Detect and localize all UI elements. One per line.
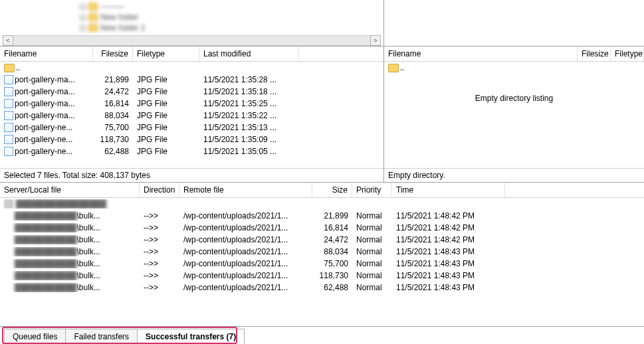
queue-remote-path: /wp-content/uploads/2021/1... (179, 223, 312, 232)
queue-host-row[interactable]: ████████████████ (0, 198, 644, 210)
queue-local-tail: \bulk... (77, 211, 100, 220)
queue-local-tail: \bulk... (77, 247, 100, 256)
queue-direction: -->> (140, 235, 179, 244)
tab-failed-transfers[interactable]: Failed transfers (65, 329, 138, 344)
file-row[interactable]: port-gallery-ma...24,472JPG File11/5/202… (0, 86, 383, 98)
transfer-queue-region: Server/Local file Direction Remote file … (0, 183, 644, 327)
file-name: port-gallery-ne... (15, 123, 72, 132)
col-server-file[interactable]: Server/Local file (0, 183, 140, 197)
remote-tree-panel[interactable] (384, 0, 644, 46)
tab-successful-transfers[interactable]: Successful transfers (7) (137, 329, 245, 344)
queue-size: 24,472 (312, 235, 352, 244)
file-type: JPG File (133, 99, 199, 108)
scroll-track[interactable] (13, 35, 370, 46)
queue-column-headers[interactable]: Server/Local file Direction Remote file … (0, 183, 644, 198)
queue-size: 16,814 (312, 223, 352, 232)
queue-direction: -->> (140, 223, 179, 232)
queue-row[interactable]: ███████████\bulk...-->>/wp-content/uploa… (0, 246, 644, 258)
queue-row[interactable]: ███████████\bulk...-->>/wp-content/uploa… (0, 270, 644, 282)
local-file-list[interactable]: .. port-gallery-ma...21,899JPG File11/5/… (0, 62, 383, 168)
queue-body[interactable]: ████████████████ ███████████\bulk...-->>… (0, 198, 644, 326)
file-row[interactable]: port-gallery-ne...75,700JPG File11/5/202… (0, 122, 383, 133)
col-priority[interactable]: Priority (352, 183, 392, 197)
parent-dir-row[interactable]: .. (384, 62, 644, 74)
file-icon (4, 99, 13, 108)
queue-time: 11/5/2021 1:48:43 PM (392, 271, 505, 280)
col-remote-file[interactable]: Remote file (179, 183, 312, 197)
queue-row[interactable]: ███████████\bulk...-->>/wp-content/uploa… (0, 258, 644, 270)
file-modified: 11/5/2021 1:35:13 ... (199, 123, 299, 132)
queue-direction: -->> (140, 247, 179, 256)
file-name: port-gallery-ma... (15, 111, 75, 120)
col-size[interactable]: Size (312, 183, 352, 197)
col-filesize[interactable]: Filesize (93, 46, 133, 61)
queue-row[interactable]: ███████████\bulk...-->>/wp-content/uploa… (0, 210, 644, 222)
queue-size: 118,730 (312, 271, 352, 280)
horizontal-scrollbar[interactable]: < > (3, 35, 381, 46)
queue-local-tail: \bulk... (77, 271, 100, 280)
parent-dir-label: .. (16, 63, 21, 72)
local-tree-panel[interactable]: +——— +New folder +New folder 2 < > (0, 0, 384, 46)
file-size: 16,814 (93, 99, 133, 108)
file-row[interactable]: port-gallery-ne...118,730JPG File11/5/20… (0, 133, 383, 145)
col-filetype[interactable]: Filetype (133, 46, 199, 61)
scroll-left-icon[interactable]: < (3, 35, 13, 46)
tree-expander-icon[interactable]: + (80, 25, 86, 31)
queue-row[interactable]: ███████████\bulk...-->>/wp-content/uploa… (0, 222, 644, 234)
file-size: 24,472 (93, 87, 133, 96)
file-type: JPG File (133, 123, 199, 132)
queue-row[interactable]: ███████████\bulk...-->>/wp-content/uploa… (0, 234, 644, 246)
file-modified: 11/5/2021 1:35:22 ... (199, 111, 299, 120)
col-filetype[interactable]: Filetype (611, 46, 644, 61)
file-listing-region: Filename Filesize Filetype Last modified… (0, 46, 644, 183)
remote-file-list[interactable]: .. Empty directory listing (384, 62, 644, 168)
file-name: port-gallery-ma... (15, 87, 75, 96)
file-type: JPG File (133, 147, 199, 156)
queue-local-path: ███████████ (15, 259, 77, 268)
local-file-panel: Filename Filesize Filetype Last modified… (0, 46, 384, 182)
file-row[interactable]: port-gallery-ne...62,488JPG File11/5/202… (0, 145, 383, 157)
col-filesize[interactable]: Filesize (578, 46, 611, 61)
file-modified: 11/5/2021 1:35:28 ... (199, 75, 299, 84)
col-filename[interactable]: Filename (384, 46, 578, 61)
remote-file-panel: Filename Filesize Filetype .. Empty dire… (384, 46, 644, 182)
queue-time: 11/5/2021 1:48:42 PM (392, 223, 505, 232)
file-size: 88,034 (93, 111, 133, 120)
parent-dir-label: .. (400, 63, 405, 72)
tree-item-label[interactable]: New folder (100, 13, 138, 22)
queue-priority: Normal (352, 283, 392, 292)
file-size: 62,488 (93, 147, 133, 156)
folder-icon (88, 24, 98, 32)
tree-item-label[interactable]: ——— (100, 2, 124, 11)
file-size: 21,899 (93, 75, 133, 84)
remote-status-bar: Empty directory. (384, 168, 644, 182)
queue-remote-path: /wp-content/uploads/2021/1... (179, 259, 312, 268)
file-type: JPG File (133, 87, 199, 96)
col-modified[interactable]: Last modified (199, 46, 299, 61)
queue-direction: -->> (140, 283, 179, 292)
parent-dir-row[interactable]: .. (0, 62, 383, 74)
bottom-tabs: Queued files Failed transfers Successful… (0, 327, 644, 344)
queue-row[interactable]: ███████████\bulk...-->>/wp-content/uploa… (0, 282, 644, 294)
tree-expander-icon[interactable]: + (80, 15, 86, 21)
scroll-right-icon[interactable]: > (370, 35, 381, 46)
local-column-headers[interactable]: Filename Filesize Filetype Last modified (0, 46, 383, 62)
file-icon (4, 147, 13, 156)
file-type: JPG File (133, 111, 199, 120)
col-direction[interactable]: Direction (140, 183, 179, 197)
file-row[interactable]: port-gallery-ma...21,899JPG File11/5/202… (0, 74, 383, 86)
queue-local-tail: \bulk... (77, 259, 100, 268)
queue-local-path: ███████████ (15, 235, 77, 244)
queue-time: 11/5/2021 1:48:42 PM (392, 235, 505, 244)
remote-column-headers[interactable]: Filename Filesize Filetype (384, 46, 644, 62)
tree-expander-icon[interactable]: + (80, 4, 86, 10)
queue-time: 11/5/2021 1:48:43 PM (392, 283, 505, 292)
tree-item-label[interactable]: New folder 2 (100, 23, 145, 33)
empty-directory-message: Empty directory listing (384, 74, 644, 123)
file-row[interactable]: port-gallery-ma...16,814JPG File11/5/202… (0, 98, 383, 110)
file-row[interactable]: port-gallery-ma...88,034JPG File11/5/202… (0, 110, 383, 122)
col-filename[interactable]: Filename (0, 46, 93, 61)
col-time[interactable]: Time (392, 183, 505, 197)
file-modified: 11/5/2021 1:35:18 ... (199, 87, 299, 96)
tab-queued-files[interactable]: Queued files (4, 329, 66, 344)
